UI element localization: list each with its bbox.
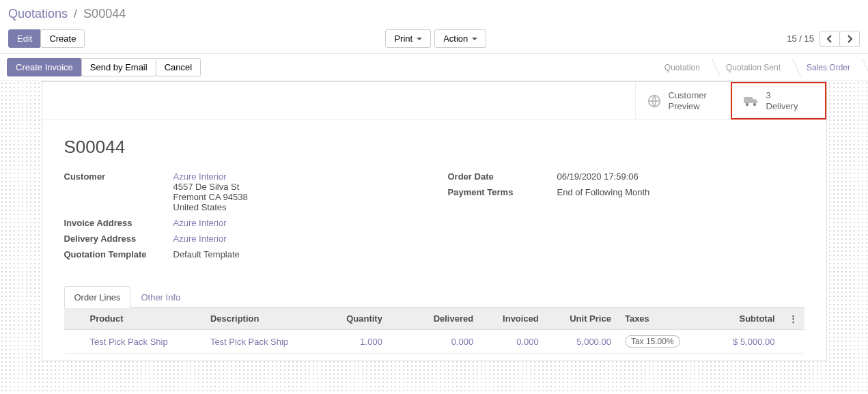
col-taxes: Taxes [618, 308, 708, 330]
pager-prev-button[interactable] [820, 31, 840, 47]
pager-text: 15 / 15 [787, 33, 814, 44]
cell-delivered: 0.000 [410, 330, 480, 354]
tab-order-lines[interactable]: Order Lines [64, 286, 131, 308]
label-order-date: Order Date [448, 171, 557, 182]
address-line: Fremont CA 94538 [173, 192, 421, 202]
col-options[interactable]: ⋮ [782, 308, 804, 330]
label-quotation-template: Quotation Template [64, 249, 173, 259]
print-dropdown[interactable]: Print [385, 29, 431, 48]
label-payment-terms: Payment Terms [448, 187, 557, 197]
delivery-button[interactable]: 3 Delivery [731, 82, 826, 119]
address-line: United States [173, 202, 421, 212]
form-sheet: Customer Preview 3 Delivery S00044 Cu [42, 81, 827, 361]
caret-down-icon [417, 38, 422, 40]
main-toolbar: Edit Create Print Action 15 / 15 [0, 24, 868, 54]
cell-subtotal: $ 5,000.00 [708, 330, 781, 354]
table-row[interactable]: Test Pick Pack Ship Test Pick Pack Ship … [64, 330, 804, 354]
payment-terms-value: End of Following Month [557, 187, 804, 197]
status-quotation-sent[interactable]: Quotation Sent [711, 59, 792, 76]
invoice-address-link[interactable]: Azure Interior [173, 218, 421, 228]
cell-unit-price: 5,000.00 [546, 330, 618, 354]
send-by-email-button[interactable]: Send by Email [81, 58, 156, 76]
stat-value: 3 [766, 90, 798, 101]
page-title: S00044 [64, 137, 804, 158]
create-button[interactable]: Create [40, 29, 85, 48]
stat-label: Delivery [766, 101, 798, 112]
breadcrumb-parent[interactable]: Quotations [8, 7, 68, 20]
create-invoice-button[interactable]: Create Invoice [7, 58, 82, 76]
customer-link[interactable]: Azure Interior [173, 171, 421, 182]
col-invoiced: Invoiced [480, 308, 546, 330]
stat-label: Customer [669, 90, 707, 101]
order-date-value: 06/19/2020 17:59:06 [557, 171, 804, 182]
cell-product[interactable]: Test Pick Pack Ship [83, 330, 204, 354]
tax-badge: Tax 15.00% [625, 335, 680, 348]
svg-rect-1 [744, 97, 753, 103]
order-lines-table: Product Description Quantity Delivered I… [64, 308, 804, 354]
col-unit-price: Unit Price [546, 308, 618, 330]
label-delivery-address: Delivery Address [64, 234, 173, 244]
edit-button[interactable]: Edit [8, 29, 41, 48]
cell-description[interactable]: Test Pick Pack Ship [204, 330, 324, 354]
stat-label: Preview [669, 101, 707, 112]
col-quantity: Quantity [324, 308, 389, 330]
quotation-template-value: Default Template [173, 249, 421, 259]
tab-other-info[interactable]: Other Info [130, 286, 191, 308]
breadcrumb: Quotations / S00044 [0, 0, 868, 24]
action-dropdown[interactable]: Action [434, 29, 486, 48]
col-delivered: Delivered [410, 308, 480, 330]
address-line: 4557 De Silva St [173, 182, 421, 192]
caret-down-icon [472, 38, 477, 40]
breadcrumb-separator: / [74, 7, 77, 20]
cell-invoiced: 0.000 [480, 330, 546, 354]
svg-point-2 [745, 102, 748, 105]
cell-taxes: Tax 15.00% [618, 330, 708, 354]
label-customer: Customer [64, 171, 173, 212]
col-description: Description [204, 308, 324, 330]
col-subtotal: Subtotal [708, 308, 781, 330]
svg-point-3 [753, 102, 755, 105]
chevron-right-icon [847, 35, 852, 43]
stat-button-row: Customer Preview 3 Delivery [42, 82, 826, 120]
truck-icon [743, 95, 759, 107]
col-product: Product [83, 308, 204, 330]
breadcrumb-current: S00044 [83, 7, 126, 20]
status-sales-order[interactable]: Sales Order [792, 59, 861, 76]
tabs: Order Lines Other Info [64, 285, 804, 308]
label-invoice-address: Invoice Address [64, 218, 173, 228]
chevron-left-icon [827, 35, 832, 43]
action-toolbar: Create Invoice Send by Email Cancel Quot… [0, 54, 868, 81]
status-quotation[interactable]: Quotation [649, 59, 711, 76]
pager-next-button[interactable] [839, 31, 860, 47]
delivery-address-link[interactable]: Azure Interior [173, 234, 421, 244]
cancel-button[interactable]: Cancel [156, 58, 201, 76]
status-bar: Quotation Quotation Sent Sales Order [649, 59, 861, 76]
cell-quantity: 1.000 [324, 330, 389, 354]
globe-icon [647, 94, 662, 109]
customer-preview-button[interactable]: Customer Preview [635, 82, 731, 119]
